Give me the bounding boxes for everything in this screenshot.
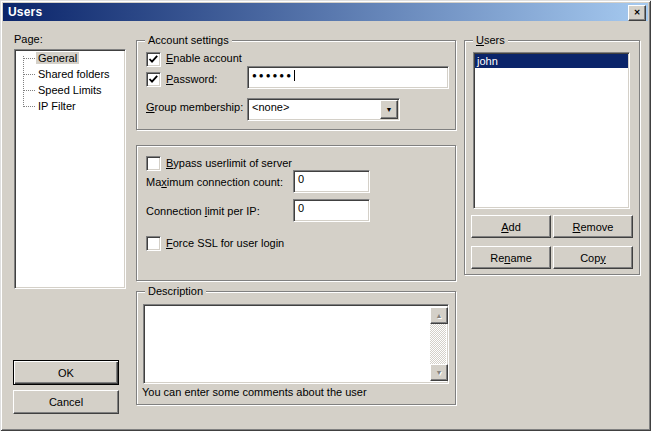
- ok-button[interactable]: OK: [13, 360, 119, 385]
- description-hint: You can enter some comments about the us…: [142, 386, 367, 399]
- group-membership-select[interactable]: <none> ▼: [247, 98, 400, 121]
- ok-button-label: OK: [58, 367, 74, 379]
- copy-button-label: Copy: [580, 252, 606, 264]
- rename-button-label: Rename: [490, 252, 532, 264]
- users-group-label: Users: [473, 34, 508, 46]
- password-masked-value: ●●●●●●: [252, 71, 293, 80]
- bypass-userlimit-checkbox[interactable]: [146, 156, 161, 171]
- connection-per-ip-value: 0: [294, 202, 304, 214]
- password-label[interactable]: Password:: [166, 73, 217, 86]
- users-dialog: Users ✕ Page: General Shared folders Spe…: [0, 0, 651, 431]
- max-connection-label: Maximum connection count:: [146, 176, 283, 189]
- scroll-down-button[interactable]: ▼: [430, 364, 448, 381]
- description-textarea[interactable]: ▲ ▼: [143, 304, 449, 384]
- vertical-scrollbar[interactable]: ▲ ▼: [430, 307, 446, 381]
- scroll-down-icon: ▼: [436, 369, 443, 376]
- page-label: Page:: [14, 33, 43, 46]
- chevron-down-icon: ▼: [386, 101, 393, 118]
- connection-per-ip-label: Connection limit per IP:: [146, 205, 260, 218]
- rename-button[interactable]: Rename: [471, 246, 551, 269]
- enable-account-checkbox[interactable]: [146, 52, 161, 67]
- enable-account-label[interactable]: Enable account: [166, 52, 242, 65]
- close-icon: ✕: [634, 9, 641, 17]
- max-connection-value: 0: [294, 173, 304, 185]
- users-list[interactable]: john: [473, 52, 630, 209]
- cancel-button-label: Cancel: [49, 396, 83, 408]
- force-ssl-label[interactable]: Force SSL for user login: [166, 237, 284, 250]
- list-item-john[interactable]: john: [475, 54, 628, 68]
- group-membership-value: <none>: [248, 101, 289, 113]
- check-icon: [147, 53, 160, 66]
- check-icon: [147, 73, 160, 86]
- connection-per-ip-input[interactable]: 0: [293, 199, 370, 222]
- bypass-userlimit-label[interactable]: Bypass userlimit of server: [166, 157, 292, 170]
- title-bar[interactable]: Users ✕: [3, 3, 648, 21]
- tree-item-general[interactable]: General: [15, 50, 125, 66]
- add-button[interactable]: Add: [471, 215, 551, 238]
- combo-dropdown-button[interactable]: ▼: [380, 100, 398, 119]
- account-settings-group-label: Account settings: [145, 34, 232, 46]
- scroll-up-button[interactable]: ▲: [430, 307, 448, 324]
- scroll-up-icon: ▲: [436, 312, 443, 319]
- password-checkbox[interactable]: [146, 72, 161, 87]
- window-title: Users: [3, 5, 42, 19]
- max-connection-input[interactable]: 0: [293, 170, 370, 193]
- password-input[interactable]: ●●●●●●: [247, 66, 449, 89]
- tree-item-speed-limits[interactable]: Speed Limits: [15, 82, 125, 98]
- text-caret: [294, 70, 295, 81]
- add-button-label: Add: [501, 221, 521, 233]
- cancel-button[interactable]: Cancel: [13, 390, 119, 414]
- group-membership-label: Group membership:: [146, 101, 243, 114]
- force-ssl-checkbox[interactable]: [146, 236, 161, 251]
- page-tree: General Shared folders Speed Limits IP F…: [14, 49, 126, 289]
- remove-button-label: Remove: [573, 221, 614, 233]
- copy-button[interactable]: Copy: [553, 246, 633, 269]
- description-group-label: Description: [145, 285, 206, 297]
- tree-item-ip-filter[interactable]: IP Filter: [15, 98, 125, 114]
- remove-button[interactable]: Remove: [553, 215, 633, 238]
- close-button[interactable]: ✕: [628, 5, 646, 21]
- tree-item-shared-folders[interactable]: Shared folders: [15, 66, 125, 82]
